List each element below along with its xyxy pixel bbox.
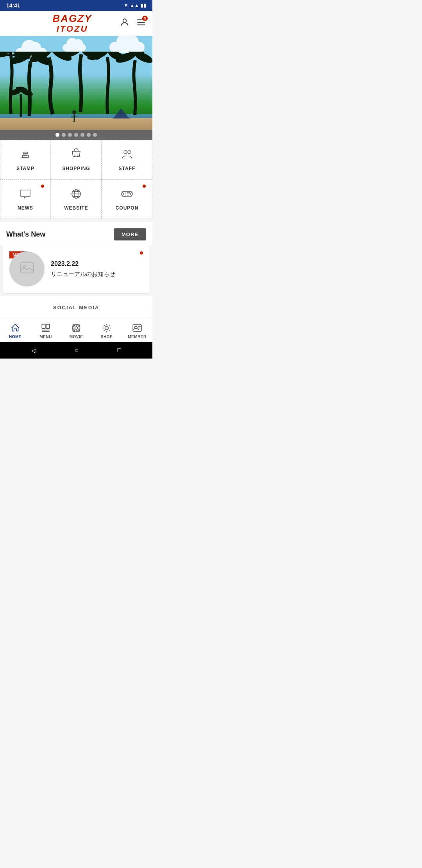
- grid-item-shopping[interactable]: SHOPPING: [51, 140, 102, 179]
- svg-line-78: [104, 330, 104, 331]
- grid-item-coupon[interactable]: COUPON: [102, 179, 152, 219]
- svg-marker-36: [113, 108, 129, 118]
- home-label: HOME: [9, 335, 21, 339]
- status-icons: ▼ ▲▲ ▮▮: [123, 3, 146, 8]
- grid-item-news[interactable]: NEWS: [0, 179, 51, 219]
- battery-icon: ▮▮: [141, 3, 146, 8]
- status-time: 14:41: [6, 2, 20, 9]
- shopping-icon: [70, 148, 82, 163]
- svg-point-65: [75, 327, 78, 330]
- nav-member[interactable]: MEMBER: [122, 319, 152, 342]
- android-nav-bar: ◁ ○ □: [0, 342, 152, 359]
- header-icons: N: [120, 17, 146, 30]
- slider-dots: [0, 130, 152, 140]
- grid-item-stamp[interactable]: STAMP: [0, 140, 51, 179]
- svg-point-31: [72, 110, 76, 114]
- nav-movie[interactable]: MOVIE: [61, 319, 91, 342]
- dot-2[interactable]: [62, 133, 66, 137]
- svg-rect-40: [23, 152, 28, 154]
- svg-point-44: [124, 151, 127, 154]
- menu-label: MENU: [39, 335, 52, 339]
- bottom-nav: HOME MENU: [0, 319, 152, 342]
- palm-trees-svg: [0, 52, 152, 122]
- svg-rect-61: [46, 324, 50, 328]
- svg-point-53: [131, 193, 133, 195]
- coupon-label: COUPON: [116, 205, 139, 211]
- home-icon: [10, 323, 20, 333]
- menu-button[interactable]: N: [136, 17, 146, 30]
- svg-line-35: [74, 120, 76, 122]
- news-notification-dot: [41, 185, 44, 188]
- dot-3[interactable]: [68, 133, 72, 137]
- shop-label: SHOP: [101, 335, 113, 339]
- svg-point-42: [74, 156, 75, 157]
- dot-4[interactable]: [74, 133, 78, 137]
- shopping-label: SHOPPING: [62, 166, 90, 171]
- logo: BAGZY ITOZU: [25, 13, 120, 34]
- svg-line-76: [109, 330, 109, 331]
- member-icon: [132, 323, 142, 333]
- news-label: NEWS: [18, 205, 33, 211]
- website-icon: [70, 188, 82, 202]
- shop-icon: [102, 323, 112, 333]
- coupon-notification-dot: [143, 185, 146, 188]
- whats-new-title: What's New: [6, 230, 45, 239]
- stamp-label: STAMP: [16, 166, 34, 171]
- android-recent-button[interactable]: □: [118, 347, 122, 354]
- svg-point-52: [121, 193, 123, 195]
- thumbnail-placeholder-icon: [20, 262, 34, 276]
- social-media-title: SOCIAL MEDIA: [53, 305, 99, 310]
- hero-image: [0, 36, 152, 130]
- svg-point-0: [123, 19, 127, 22]
- svg-point-59: [23, 265, 25, 267]
- svg-point-45: [128, 151, 131, 154]
- coupon-icon: [121, 188, 133, 202]
- profile-button[interactable]: [120, 17, 130, 30]
- svg-rect-58: [20, 263, 34, 273]
- whats-new-section: What's New MORE: [0, 222, 152, 245]
- app-header: BAGZY ITOZU N: [0, 11, 152, 36]
- svg-point-43: [77, 156, 79, 157]
- grid-item-staff[interactable]: STAFF: [102, 140, 152, 179]
- wifi-icon: ▼: [123, 3, 128, 8]
- nav-menu[interactable]: MENU: [30, 319, 61, 342]
- cloud-2: [63, 44, 86, 52]
- android-back-button[interactable]: ◁: [31, 347, 36, 354]
- svg-rect-60: [42, 324, 45, 328]
- grid-menu: STAMP SHOPPING STAFF: [0, 140, 152, 219]
- svg-rect-38: [22, 155, 29, 158]
- member-label: MEMBER: [128, 335, 146, 339]
- svg-line-75: [104, 325, 104, 326]
- news-thumbnail: [9, 251, 45, 287]
- nav-shop[interactable]: SHOP: [91, 319, 122, 342]
- movie-label: MOVIE: [70, 335, 83, 339]
- news-card-wrapper: NEW: [9, 251, 45, 287]
- cloud-3: [109, 42, 145, 53]
- more-button[interactable]: MORE: [114, 228, 146, 240]
- hero-slider[interactable]: [0, 36, 152, 130]
- news-date: 2023.2.22: [51, 260, 143, 267]
- dot-6[interactable]: [87, 133, 91, 137]
- nav-home[interactable]: HOME: [0, 319, 30, 342]
- staff-icon: [121, 148, 133, 163]
- android-home-button[interactable]: ○: [75, 347, 79, 354]
- social-media-section: SOCIAL MEDIA: [0, 296, 152, 319]
- dot-7[interactable]: [93, 133, 97, 137]
- website-label: WEBSITE: [64, 205, 88, 211]
- dot-5[interactable]: [80, 133, 84, 137]
- news-text: リニューアルのお知らせ: [51, 271, 143, 278]
- news-content: 2023.2.22 リニューアルのお知らせ: [51, 260, 143, 278]
- svg-point-70: [105, 326, 109, 330]
- signal-icon: ▲▲: [130, 3, 139, 8]
- dot-1[interactable]: [55, 133, 59, 137]
- menu-nav-icon: [41, 323, 51, 333]
- news-card-dot: [140, 251, 143, 255]
- grid-item-website[interactable]: WEBSITE: [51, 179, 102, 219]
- chat-icon: [19, 188, 32, 202]
- staff-label: STAFF: [119, 166, 136, 171]
- stamp-icon: [19, 148, 32, 163]
- movie-icon: [71, 323, 81, 333]
- logo-line2: ITOZU: [53, 24, 92, 34]
- news-card[interactable]: NEW 2023.2.22 リニューアルのお知らせ: [3, 245, 149, 293]
- svg-line-77: [109, 325, 109, 326]
